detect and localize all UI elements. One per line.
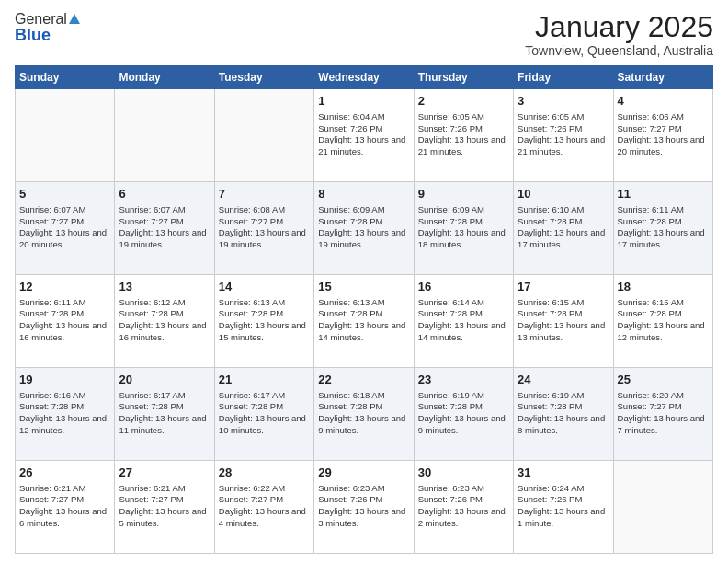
calendar-week-row: 1Sunrise: 6:04 AMSunset: 7:26 PMDaylight… [16, 89, 713, 182]
sunset-text: Sunset: 7:27 PM [119, 494, 210, 506]
table-row: 28Sunrise: 6:22 AMSunset: 7:27 PMDayligh… [214, 461, 313, 554]
sunset-text: Sunset: 7:26 PM [318, 123, 409, 135]
sunset-text: Sunset: 7:28 PM [318, 401, 409, 413]
day-number: 30 [418, 465, 509, 481]
sunrise-text: Sunrise: 6:13 AM [318, 297, 409, 309]
day-number: 2 [418, 93, 509, 109]
calendar-week-row: 19Sunrise: 6:16 AMSunset: 7:28 PMDayligh… [16, 368, 713, 461]
day-number: 17 [518, 279, 609, 295]
sunset-text: Sunset: 7:28 PM [518, 308, 609, 320]
sunset-text: Sunset: 7:28 PM [19, 401, 110, 413]
day-number: 25 [618, 372, 709, 388]
sunset-text: Sunset: 7:28 PM [19, 308, 110, 320]
sunrise-text: Sunrise: 6:16 AM [19, 390, 110, 402]
sunrise-text: Sunrise: 6:21 AM [119, 483, 210, 495]
sunset-text: Sunset: 7:27 PM [219, 494, 310, 506]
day-number: 21 [219, 372, 310, 388]
sunset-text: Sunset: 7:27 PM [19, 494, 110, 506]
day-number: 7 [219, 186, 310, 202]
location-title: Townview, Queensland, Australia [525, 43, 713, 58]
sunset-text: Sunset: 7:28 PM [318, 216, 409, 228]
sunrise-text: Sunrise: 6:23 AM [418, 483, 509, 495]
sunrise-text: Sunrise: 6:18 AM [318, 390, 409, 402]
day-number: 9 [418, 186, 509, 202]
table-row: 29Sunrise: 6:23 AMSunset: 7:26 PMDayligh… [314, 461, 414, 554]
table-row: 21Sunrise: 6:17 AMSunset: 7:28 PMDayligh… [214, 368, 313, 461]
table-row: 9Sunrise: 6:09 AMSunset: 7:28 PMDaylight… [414, 182, 513, 275]
table-row: 3Sunrise: 6:05 AMSunset: 7:26 PMDaylight… [514, 89, 613, 182]
daylight-hours: Daylight: 13 hours and 16 minutes. [119, 320, 210, 344]
table-row [214, 89, 313, 182]
sunrise-text: Sunrise: 6:10 AM [518, 204, 609, 216]
sunrise-text: Sunrise: 6:15 AM [618, 297, 709, 309]
table-row: 18Sunrise: 6:15 AMSunset: 7:28 PMDayligh… [613, 275, 712, 368]
sunset-text: Sunset: 7:27 PM [618, 123, 709, 135]
day-number: 11 [618, 186, 709, 202]
table-row: 20Sunrise: 6:17 AMSunset: 7:28 PMDayligh… [115, 368, 214, 461]
sunset-text: Sunset: 7:27 PM [219, 216, 310, 228]
sunset-text: Sunset: 7:28 PM [618, 216, 709, 228]
daylight-hours: Daylight: 13 hours and 4 minutes. [219, 506, 310, 530]
sunset-text: Sunset: 7:28 PM [219, 308, 310, 320]
table-row: 2Sunrise: 6:05 AMSunset: 7:26 PMDaylight… [414, 89, 513, 182]
sunrise-text: Sunrise: 6:20 AM [618, 390, 709, 402]
sunset-text: Sunset: 7:26 PM [518, 494, 609, 506]
day-number: 28 [219, 465, 310, 481]
day-number: 10 [518, 186, 609, 202]
col-tuesday: Tuesday [214, 66, 313, 89]
col-monday: Monday [115, 66, 214, 89]
table-row: 8Sunrise: 6:09 AMSunset: 7:28 PMDaylight… [314, 182, 414, 275]
daylight-hours: Daylight: 13 hours and 17 minutes. [518, 227, 609, 251]
sunset-text: Sunset: 7:28 PM [318, 308, 409, 320]
title-block: January 2025 Townview, Queensland, Austr… [525, 11, 713, 58]
daylight-hours: Daylight: 13 hours and 9 minutes. [418, 413, 509, 437]
daylight-hours: Daylight: 13 hours and 18 minutes. [418, 227, 509, 251]
sunset-text: Sunset: 7:28 PM [518, 216, 609, 228]
table-row: 26Sunrise: 6:21 AMSunset: 7:27 PMDayligh… [16, 461, 115, 554]
col-saturday: Saturday [613, 66, 712, 89]
day-number: 18 [618, 279, 709, 295]
day-number: 19 [19, 372, 110, 388]
sunset-text: Sunset: 7:26 PM [518, 123, 609, 135]
day-number: 13 [119, 279, 210, 295]
day-number: 26 [19, 465, 110, 481]
daylight-hours: Daylight: 13 hours and 7 minutes. [618, 413, 709, 437]
day-number: 27 [119, 465, 210, 481]
calendar-week-row: 12Sunrise: 6:11 AMSunset: 7:28 PMDayligh… [16, 275, 713, 368]
sunset-text: Sunset: 7:27 PM [618, 401, 709, 413]
day-number: 6 [119, 186, 210, 202]
sunset-text: Sunset: 7:28 PM [219, 401, 310, 413]
calendar-table: Sunday Monday Tuesday Wednesday Thursday… [15, 65, 713, 554]
daylight-hours: Daylight: 13 hours and 19 minutes. [219, 227, 310, 251]
sunrise-text: Sunrise: 6:07 AM [119, 204, 210, 216]
day-number: 20 [119, 372, 210, 388]
sunrise-text: Sunrise: 6:06 AM [618, 111, 709, 123]
sunrise-text: Sunrise: 6:12 AM [119, 297, 210, 309]
sunrise-text: Sunrise: 6:08 AM [219, 204, 310, 216]
sunrise-text: Sunrise: 6:14 AM [418, 297, 509, 309]
table-row: 4Sunrise: 6:06 AMSunset: 7:27 PMDaylight… [613, 89, 712, 182]
calendar-week-row: 26Sunrise: 6:21 AMSunset: 7:27 PMDayligh… [16, 461, 713, 554]
daylight-hours: Daylight: 13 hours and 14 minutes. [418, 320, 509, 344]
col-wednesday: Wednesday [314, 66, 414, 89]
day-number: 14 [219, 279, 310, 295]
day-number: 5 [19, 186, 110, 202]
sunset-text: Sunset: 7:26 PM [418, 123, 509, 135]
daylight-hours: Daylight: 13 hours and 8 minutes. [518, 413, 609, 437]
logo: General Blue [15, 11, 80, 45]
sunset-text: Sunset: 7:28 PM [618, 308, 709, 320]
sunrise-text: Sunrise: 6:23 AM [318, 483, 409, 495]
day-number: 8 [318, 186, 409, 202]
daylight-hours: Daylight: 13 hours and 21 minutes. [418, 134, 509, 158]
table-row: 6Sunrise: 6:07 AMSunset: 7:27 PMDaylight… [115, 182, 214, 275]
daylight-hours: Daylight: 13 hours and 2 minutes. [418, 506, 509, 530]
sunset-text: Sunset: 7:28 PM [518, 401, 609, 413]
day-number: 29 [318, 465, 409, 481]
daylight-hours: Daylight: 13 hours and 3 minutes. [318, 506, 409, 530]
page: General Blue January 2025 Townview, Quee… [0, 0, 728, 563]
day-number: 22 [318, 372, 409, 388]
day-number: 15 [318, 279, 409, 295]
daylight-hours: Daylight: 13 hours and 14 minutes. [318, 320, 409, 344]
sunrise-text: Sunrise: 6:11 AM [19, 297, 110, 309]
calendar-week-row: 5Sunrise: 6:07 AMSunset: 7:27 PMDaylight… [16, 182, 713, 275]
